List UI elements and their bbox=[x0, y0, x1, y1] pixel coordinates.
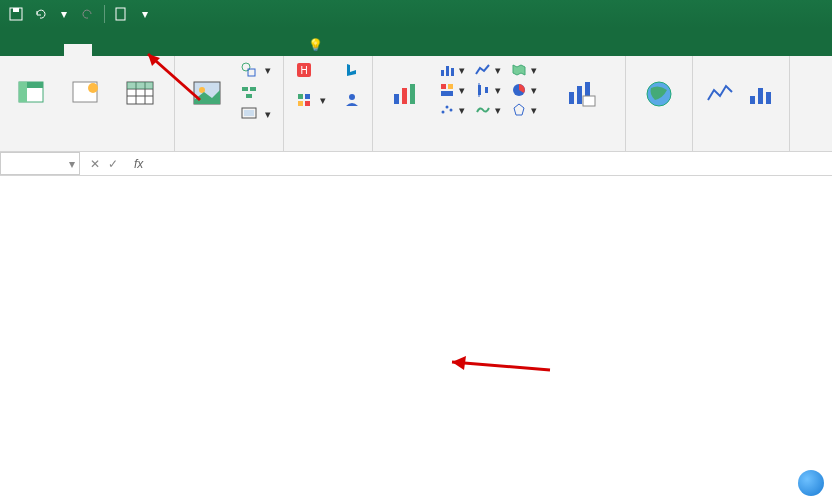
title-bar: ▾ ▾ bbox=[0, 0, 832, 28]
tab-review[interactable] bbox=[176, 44, 204, 56]
formula-bar: ▾ ✕ ✓ fx bbox=[0, 152, 832, 176]
3d-map-button[interactable] bbox=[634, 60, 684, 130]
undo-icon[interactable] bbox=[32, 6, 48, 22]
group-label bbox=[701, 147, 781, 149]
group-label bbox=[381, 147, 617, 149]
tab-insert[interactable] bbox=[64, 44, 92, 56]
quick-access-toolbar: ▾ ▾ bbox=[0, 5, 161, 23]
svg-point-44 bbox=[446, 106, 449, 109]
svg-rect-30 bbox=[394, 94, 399, 104]
svg-rect-50 bbox=[583, 96, 595, 106]
my-addins-button[interactable]: ▾ bbox=[292, 90, 330, 110]
radar-chart-icon[interactable]: ▾ bbox=[507, 100, 541, 120]
svg-rect-33 bbox=[441, 70, 444, 76]
svg-rect-1 bbox=[13, 8, 19, 12]
fx-icon[interactable]: fx bbox=[128, 157, 149, 171]
svg-point-45 bbox=[450, 109, 453, 112]
svg-rect-54 bbox=[766, 92, 771, 104]
lightbulb-icon: 💡 bbox=[308, 38, 323, 52]
group-label bbox=[634, 147, 684, 149]
svg-point-43 bbox=[442, 111, 445, 114]
svg-rect-28 bbox=[305, 101, 310, 106]
tab-file[interactable] bbox=[8, 44, 36, 56]
chevron-down-icon[interactable]: ▾ bbox=[137, 6, 153, 22]
tab-layout[interactable] bbox=[92, 44, 120, 56]
smartart-button[interactable] bbox=[237, 82, 275, 102]
svg-rect-41 bbox=[485, 87, 488, 93]
svg-rect-2 bbox=[116, 8, 125, 20]
svg-rect-37 bbox=[448, 84, 453, 89]
statistic-chart-icon[interactable]: ▾ bbox=[471, 80, 505, 100]
recommended-charts-button[interactable] bbox=[381, 60, 431, 130]
chevron-down-icon[interactable]: ▾ bbox=[56, 6, 72, 22]
svg-text:H: H bbox=[300, 65, 307, 76]
surface-chart-icon[interactable]: ▾ bbox=[471, 100, 505, 120]
svg-rect-47 bbox=[569, 92, 574, 104]
sparkline-column-button[interactable] bbox=[743, 60, 781, 130]
map-chart-icon[interactable]: ▾ bbox=[507, 60, 541, 80]
tab-data[interactable] bbox=[148, 44, 176, 56]
scatter-chart-icon[interactable]: ▾ bbox=[435, 100, 469, 120]
svg-rect-48 bbox=[577, 86, 582, 104]
svg-rect-32 bbox=[410, 84, 415, 104]
svg-rect-22 bbox=[244, 110, 254, 116]
group-label bbox=[183, 147, 275, 149]
tab-help[interactable] bbox=[232, 44, 260, 56]
hierarchy-chart-icon[interactable]: ▾ bbox=[435, 80, 469, 100]
bing-icon[interactable] bbox=[340, 60, 364, 80]
svg-rect-52 bbox=[750, 96, 755, 104]
group-label bbox=[8, 147, 166, 149]
confirm-icon[interactable]: ✓ bbox=[108, 157, 118, 171]
name-box[interactable]: ▾ bbox=[0, 152, 80, 175]
svg-rect-31 bbox=[402, 88, 407, 104]
ribbon-group-sparklines bbox=[693, 56, 790, 151]
redo-icon[interactable] bbox=[80, 6, 96, 22]
people-icon[interactable] bbox=[340, 90, 364, 110]
new-file-icon[interactable] bbox=[113, 6, 129, 22]
pivot-table-button[interactable] bbox=[8, 60, 58, 130]
screenshot-button[interactable]: ▾ bbox=[237, 104, 275, 124]
tab-pdf[interactable] bbox=[260, 44, 288, 56]
svg-rect-36 bbox=[441, 84, 446, 89]
pie-chart-icon[interactable]: ▾ bbox=[507, 80, 541, 100]
tab-home[interactable] bbox=[36, 44, 64, 56]
save-icon[interactable] bbox=[8, 6, 24, 22]
pivot-chart-button[interactable] bbox=[545, 60, 617, 130]
sparkline-line-button[interactable] bbox=[701, 60, 739, 130]
ribbon-tabs: 💡 bbox=[0, 28, 832, 56]
svg-rect-20 bbox=[246, 94, 252, 98]
tab-formulas[interactable] bbox=[120, 44, 148, 56]
svg-rect-27 bbox=[298, 101, 303, 106]
line-chart-icon[interactable]: ▾ bbox=[471, 60, 505, 80]
svg-point-7 bbox=[88, 83, 98, 93]
picture-button[interactable] bbox=[183, 60, 233, 130]
column-chart-icon[interactable]: ▾ bbox=[435, 60, 469, 80]
svg-rect-13 bbox=[127, 82, 153, 89]
cancel-icon[interactable]: ✕ bbox=[90, 157, 100, 171]
svg-marker-58 bbox=[452, 356, 466, 370]
ribbon-group-tours bbox=[626, 56, 693, 151]
svg-rect-5 bbox=[19, 82, 27, 102]
shapes-button[interactable]: ▾ bbox=[237, 60, 275, 80]
get-addins-button[interactable]: H bbox=[292, 60, 330, 80]
svg-rect-38 bbox=[441, 91, 453, 96]
watermark bbox=[798, 470, 828, 496]
table-button[interactable] bbox=[116, 60, 166, 130]
ribbon: ▾ ▾ H ▾ ▾ bbox=[0, 56, 832, 152]
globe-icon bbox=[798, 470, 824, 496]
recommended-pivot-button[interactable] bbox=[62, 60, 112, 130]
svg-rect-19 bbox=[250, 87, 256, 91]
tell-me-search[interactable]: 💡 bbox=[300, 34, 337, 56]
svg-rect-18 bbox=[242, 87, 248, 91]
svg-point-16 bbox=[242, 63, 250, 71]
svg-rect-53 bbox=[758, 88, 763, 104]
ribbon-group-addins: H ▾ bbox=[284, 56, 373, 151]
ribbon-group-tables bbox=[0, 56, 175, 151]
ribbon-group-charts: ▾ ▾ ▾ ▾ ▾ ▾ ▾ ▾ ▾ bbox=[373, 56, 626, 151]
tab-view[interactable] bbox=[204, 44, 232, 56]
ribbon-group-illustrations: ▾ ▾ bbox=[175, 56, 284, 151]
svg-point-29 bbox=[349, 94, 355, 100]
svg-rect-34 bbox=[446, 66, 449, 76]
svg-rect-25 bbox=[298, 94, 303, 99]
group-label bbox=[292, 147, 364, 149]
